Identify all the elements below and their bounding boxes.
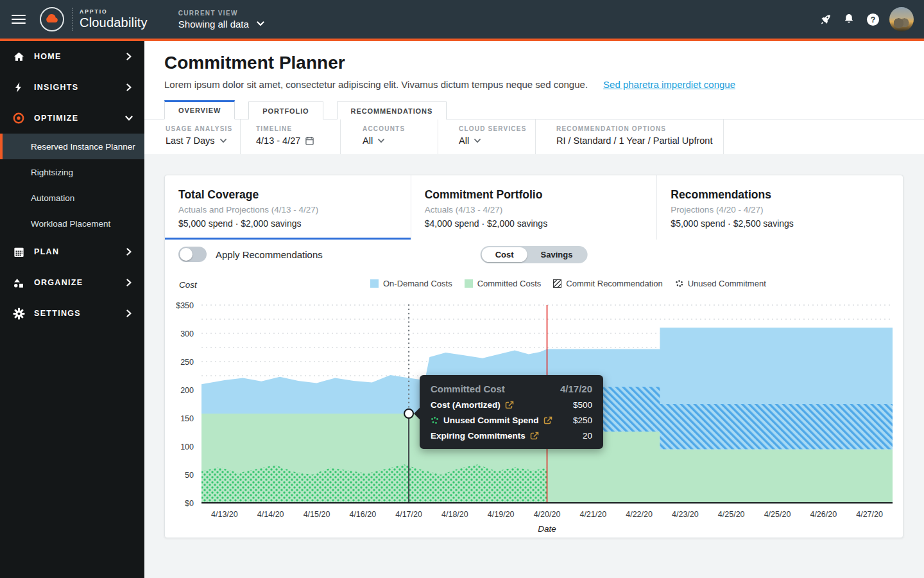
filter-label: USAGE ANALYSIS xyxy=(166,125,240,132)
sidebar-item-label: PLAN xyxy=(34,247,59,256)
chevron-right-icon xyxy=(125,83,133,91)
filter-cloud-services[interactable]: CLOUD SERVICES All xyxy=(438,119,536,154)
summary-card-commitment-portfolio[interactable]: Commitment Portfolio Actuals (4/13 - 4/2… xyxy=(411,175,657,240)
filter-label: ACCOUNTS xyxy=(363,125,438,132)
legend-unused-commitment[interactable]: Unused Commitment xyxy=(675,279,766,288)
legend-label: Committed Costs xyxy=(477,279,542,288)
svg-text:4/20/20: 4/20/20 xyxy=(534,510,561,519)
svg-text:250: 250 xyxy=(180,358,194,367)
sidebar-item-organize[interactable]: ORGANIZE xyxy=(0,267,144,298)
filter-recommendation-options[interactable]: RECOMMENDATION OPTIONS RI / Standard / 1… xyxy=(536,119,724,154)
summary-value: $5,000 spend · $2,500 savings xyxy=(671,218,903,229)
sidebar-item-plan[interactable]: PLAN xyxy=(0,236,144,267)
svg-text:300: 300 xyxy=(180,329,194,338)
svg-text:$350: $350 xyxy=(176,301,194,310)
filter-value: All xyxy=(459,136,469,146)
sidebar-item-settings[interactable]: SETTINGS xyxy=(0,298,144,329)
summary-card-recommendations[interactable]: Recommendations Projections (4/20 - 4/27… xyxy=(656,175,903,240)
logo-divider xyxy=(72,8,73,31)
tooltip-title: Committed Cost xyxy=(431,383,505,394)
legend-commit-recommendation[interactable]: Commit Recommendation xyxy=(553,279,662,288)
apply-recommendations-toggle[interactable] xyxy=(178,247,207,262)
menu-icon[interactable] xyxy=(12,12,26,26)
user-avatar[interactable] xyxy=(889,7,914,31)
sidebar-item-home[interactable]: HOME xyxy=(0,41,144,72)
chevron-right-icon xyxy=(125,279,133,286)
chart-legend: On-Demand Costs Committed Costs Commit R… xyxy=(370,279,766,288)
current-view-label: CURRENT VIEW xyxy=(178,10,264,17)
sidebar-item-optimize[interactable]: OPTIMIZE xyxy=(0,103,144,134)
svg-text:4/18/20: 4/18/20 xyxy=(441,510,468,519)
calendar-icon xyxy=(12,245,25,258)
svg-text:4/27/20: 4/27/20 xyxy=(856,510,883,519)
cost-savings-toggle: Cost Savings xyxy=(481,246,588,263)
filter-label: TIMELINE xyxy=(256,125,340,132)
sidebar-item-label: OPTIMIZE xyxy=(34,114,78,123)
tooltip-row-label: Expiring Commitments xyxy=(431,431,526,441)
docs-link[interactable]: Sed pharetra imperdiet congue xyxy=(603,79,735,90)
sidebar-item-reserved-instance-planner[interactable]: Reserved Instance Planner xyxy=(0,134,144,159)
summary-subtitle: Actuals (4/13 - 4/27) xyxy=(425,205,657,215)
tab-overview[interactable]: OVERVIEW xyxy=(164,100,235,119)
legend-label: On-Demand Costs xyxy=(383,279,452,288)
help-icon[interactable]: ? xyxy=(866,12,880,26)
chart-tooltip: Committed Cost 4/17/20 Cost (Amortized) … xyxy=(420,375,603,449)
summary-row: Total Coverage Actuals and Projections (… xyxy=(165,175,903,240)
coverage-card: Total Coverage Actuals and Projections (… xyxy=(164,175,903,538)
toggle-savings[interactable]: Savings xyxy=(527,247,586,262)
cloudability-logo: APPTIO Cloudability xyxy=(40,7,148,31)
summary-card-total-coverage[interactable]: Total Coverage Actuals and Projections (… xyxy=(165,175,411,240)
chevron-down-icon xyxy=(125,114,133,122)
rocket-icon[interactable] xyxy=(818,12,832,26)
sidebar-item-insights[interactable]: INSIGHTS xyxy=(0,72,144,103)
chevron-right-icon xyxy=(125,248,133,256)
calendar-icon xyxy=(305,136,314,145)
sidebar-item-rightsizing[interactable]: Rightsizing xyxy=(0,159,144,185)
external-link-icon[interactable] xyxy=(543,416,552,425)
legend-committed-costs[interactable]: Committed Costs xyxy=(465,279,542,288)
lightning-icon xyxy=(12,81,25,94)
brand-apptio: APPTIO xyxy=(80,8,148,15)
svg-text:4/17/20: 4/17/20 xyxy=(395,510,422,519)
svg-text:4/21/20: 4/21/20 xyxy=(579,510,606,519)
summary-title: Total Coverage xyxy=(178,188,411,202)
tooltip-date: 4/17/20 xyxy=(560,383,592,394)
svg-text:150: 150 xyxy=(180,414,194,423)
chevron-right-icon xyxy=(125,53,133,60)
sidebar-item-label: ORGANIZE xyxy=(34,278,83,287)
tab-portfolio[interactable]: PORTFOLIO xyxy=(248,101,323,119)
svg-text:?: ? xyxy=(870,15,875,24)
sidebar-item-automation[interactable]: Automation xyxy=(0,185,144,211)
svg-text:4/23/20: 4/23/20 xyxy=(672,510,699,519)
sidebar-item-workload-placement[interactable]: Workload Placement xyxy=(0,211,144,236)
svg-text:4/26/20: 4/26/20 xyxy=(810,510,837,519)
external-link-icon[interactable] xyxy=(505,401,514,410)
svg-text:4/16/20: 4/16/20 xyxy=(349,510,376,519)
legend-on-demand-costs[interactable]: On-Demand Costs xyxy=(370,279,452,288)
external-link-icon[interactable] xyxy=(530,432,539,441)
chevron-down-icon xyxy=(220,139,227,143)
legend-label: Commit Recommendation xyxy=(566,279,662,288)
tab-recommendations[interactable]: RECOMMENDATIONS xyxy=(337,101,447,119)
current-view-selector[interactable]: CURRENT VIEW Showing all data xyxy=(178,10,264,30)
tooltip-row-expiring-commitments: Expiring Commitments 20 xyxy=(431,431,592,441)
sidebar-item-label: SETTINGS xyxy=(34,309,81,318)
notifications-bell-icon[interactable] xyxy=(842,12,856,26)
page-title: Commitment Planner xyxy=(144,41,924,73)
toggle-knob xyxy=(180,248,193,261)
filter-bar: USAGE ANALYSIS Last 7 Days TIMELINE 4/13… xyxy=(144,119,924,154)
svg-text:50: 50 xyxy=(185,471,194,480)
chevron-down-icon xyxy=(378,139,384,143)
filter-usage-analysis[interactable]: USAGE ANALYSIS Last 7 Days xyxy=(164,119,241,154)
cloud-logo-icon xyxy=(40,7,64,31)
tooltip-row-value: 20 xyxy=(583,431,592,441)
tooltip-row-cost-amortized: Cost (Amortized) $500 xyxy=(431,400,592,410)
svg-text:4/22/20: 4/22/20 xyxy=(626,510,653,519)
description-text: Lorem ipsum dolor sit amet, consectetur … xyxy=(164,79,588,90)
toggle-cost[interactable]: Cost xyxy=(482,247,527,262)
filter-timeline[interactable]: TIMELINE 4/13 - 4/27 xyxy=(241,119,341,154)
chevron-down-icon xyxy=(257,21,264,26)
filter-accounts[interactable]: ACCOUNTS All xyxy=(341,119,438,154)
summary-value: $5,000 spend · $2,000 savings xyxy=(178,218,411,229)
svg-text:4/14/20: 4/14/20 xyxy=(257,510,284,519)
